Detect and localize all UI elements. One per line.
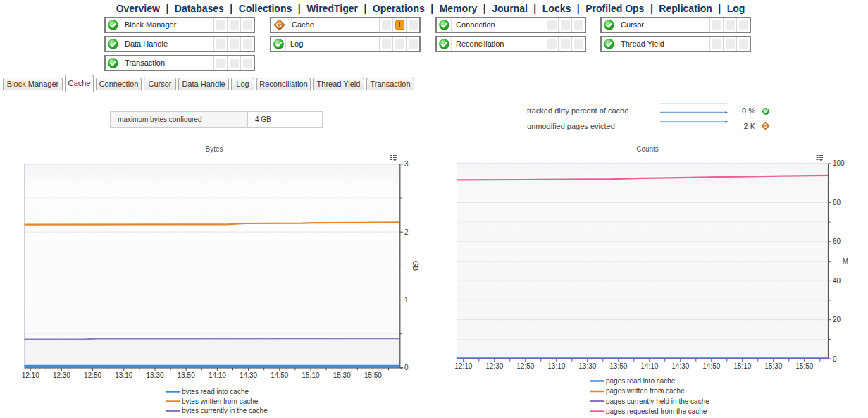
svg-text:2: 2 <box>404 228 409 236</box>
svg-text:M: M <box>843 257 848 265</box>
svg-text:15:10: 15:10 <box>302 371 319 379</box>
svg-text:40: 40 <box>833 277 841 285</box>
svg-text:12:50: 12:50 <box>516 362 534 370</box>
svg-text:15:50: 15:50 <box>795 362 813 370</box>
svg-text:14:10: 14:10 <box>640 362 658 370</box>
svg-text:13:30: 13:30 <box>146 371 163 379</box>
svg-text:0: 0 <box>404 364 409 371</box>
svg-text:20: 20 <box>833 316 841 324</box>
svg-text:0: 0 <box>833 355 837 363</box>
svg-text:14:50: 14:50 <box>702 362 720 370</box>
svg-text:bytes written from cache: bytes written from cache <box>182 398 259 405</box>
svg-text:13:50: 13:50 <box>609 362 627 370</box>
svg-text:60: 60 <box>833 238 841 245</box>
svg-text:14:30: 14:30 <box>671 362 689 370</box>
svg-text:13:30: 13:30 <box>578 362 596 370</box>
svg-text:pages read into cache: pages read into cache <box>606 377 676 385</box>
svg-text:Counts: Counts <box>636 145 659 153</box>
svg-text:14:10: 14:10 <box>209 371 226 379</box>
svg-text:14:30: 14:30 <box>240 371 257 379</box>
svg-text:13:50: 13:50 <box>178 371 195 379</box>
svg-text:15:50: 15:50 <box>364 371 382 379</box>
svg-text:12:30: 12:30 <box>485 362 503 370</box>
svg-text:pages written from cache: pages written from cache <box>606 387 685 395</box>
svg-text:12:30: 12:30 <box>53 371 70 379</box>
svg-text:100: 100 <box>833 159 845 167</box>
svg-text:12:10: 12:10 <box>454 362 472 370</box>
svg-text:GB: GB <box>411 261 419 271</box>
svg-text:12:10: 12:10 <box>22 371 39 379</box>
svg-text:pages requested from the cache: pages requested from the cache <box>606 407 707 415</box>
svg-text:bytes currently in the cache: bytes currently in the cache <box>182 407 268 414</box>
svg-text:14:50: 14:50 <box>271 371 288 379</box>
svg-text:Bytes: Bytes <box>205 145 223 153</box>
svg-text:15:30: 15:30 <box>333 371 351 379</box>
svg-text:13:10: 13:10 <box>547 362 565 370</box>
svg-text:bytes read into cache: bytes read into cache <box>182 388 249 395</box>
svg-text:13:10: 13:10 <box>115 371 132 379</box>
svg-text:1: 1 <box>404 296 409 304</box>
svg-text:3: 3 <box>404 160 409 168</box>
svg-text:80: 80 <box>833 199 841 207</box>
svg-text:pages currently held in the ca: pages currently held in the cache <box>606 398 709 405</box>
svg-text:15:10: 15:10 <box>733 362 751 370</box>
svg-text:12:50: 12:50 <box>84 371 101 379</box>
svg-text:15:30: 15:30 <box>764 362 782 370</box>
